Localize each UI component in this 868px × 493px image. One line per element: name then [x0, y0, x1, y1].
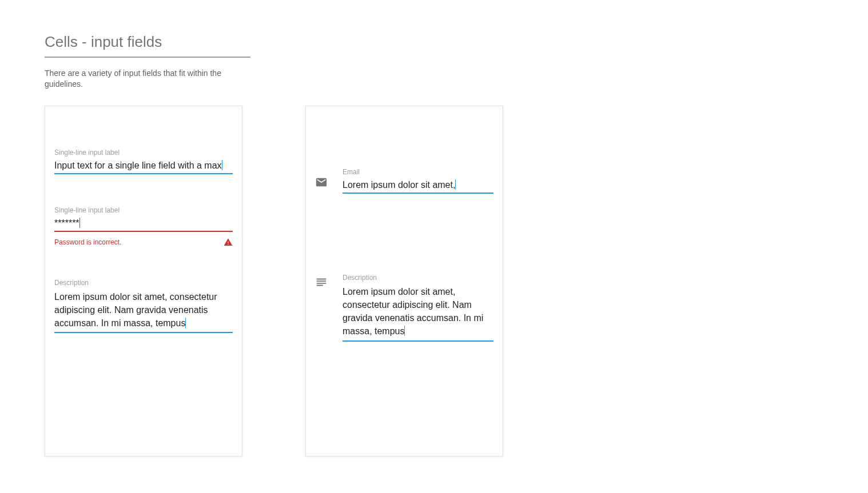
password-input[interactable]: *******: [54, 217, 233, 232]
field-email: Email Lorem ipsum dolor sit amet,: [343, 168, 493, 194]
error-text: Password is incorrect.: [54, 238, 121, 246]
single-line-input[interactable]: Input text for a single line field with …: [54, 159, 233, 174]
single-line-label: Single-line input label: [54, 149, 233, 157]
email-input[interactable]: Lorem ipsum dolor sit amet,: [343, 178, 493, 194]
email-value: Lorem ipsum dolor sit amet,: [343, 180, 455, 190]
page-title: Cells - input fields: [45, 33, 250, 58]
description-label: Description: [54, 279, 233, 287]
page-root: Cells - input fields There are a variety…: [0, 0, 868, 456]
description-input[interactable]: Lorem ipsum dolor sit amet, consectetur …: [54, 289, 233, 334]
card-left: Single-line input label Input text for a…: [45, 106, 242, 456]
description-right-value: Lorem ipsum dolor sit amet, consectetur …: [343, 287, 483, 336]
email-label: Email: [343, 168, 493, 176]
warning-icon: [224, 238, 233, 247]
page-subtitle: There are a variety of input fields that…: [45, 68, 239, 90]
text-cursor: [222, 160, 222, 170]
field-description-right: Description Lorem ipsum dolor sit amet, …: [343, 274, 493, 342]
text-cursor: [185, 318, 186, 328]
description-right-label: Description: [343, 274, 493, 282]
email-icon: [315, 176, 328, 189]
error-line: Password is incorrect.: [54, 238, 233, 247]
text-cursor: [404, 326, 405, 336]
password-label: Single-line input label: [54, 206, 233, 214]
field-single-line: Single-line input label Input text for a…: [54, 149, 233, 174]
description-value: Lorem ipsum dolor sit amet, consectetur …: [54, 292, 217, 328]
field-description: Description Lorem ipsum dolor sit amet, …: [54, 279, 233, 334]
single-line-value: Input text for a single line field with …: [54, 161, 222, 170]
text-cursor: [455, 179, 456, 190]
description-right-input[interactable]: Lorem ipsum dolor sit amet, consectetur …: [343, 284, 493, 342]
password-value: *******: [54, 218, 79, 228]
field-password: Single-line input label ******* Password…: [54, 206, 233, 247]
text-cursor: [79, 218, 80, 228]
card-right: Email Lorem ipsum dolor sit amet, Descri…: [305, 106, 503, 456]
text-lines-icon: [315, 276, 328, 288]
cards-container: Single-line input label Input text for a…: [45, 106, 868, 456]
